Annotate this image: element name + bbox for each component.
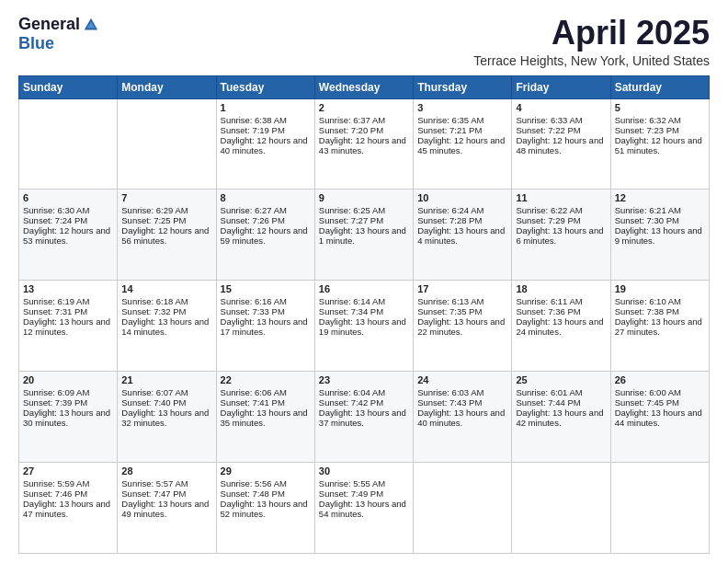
calendar-day-cell: 23Sunrise: 6:04 AMSunset: 7:42 PMDayligh… xyxy=(314,372,413,463)
day-number: 27 xyxy=(23,465,113,477)
calendar-day-cell: 10Sunrise: 6:24 AMSunset: 7:28 PMDayligh… xyxy=(414,190,512,281)
sunset-text: Sunset: 7:22 PM xyxy=(516,125,606,135)
sunset-text: Sunset: 7:31 PM xyxy=(23,306,113,316)
calendar-day-cell: 6Sunrise: 6:30 AMSunset: 7:24 PMDaylight… xyxy=(19,190,118,281)
daylight-text: Daylight: 13 hours and 4 minutes. xyxy=(417,225,507,246)
calendar-day-cell: 22Sunrise: 6:06 AMSunset: 7:41 PMDayligh… xyxy=(216,372,314,463)
calendar-day-cell: 13Sunrise: 6:19 AMSunset: 7:31 PMDayligh… xyxy=(19,281,118,372)
daylight-text: Daylight: 12 hours and 48 minutes. xyxy=(516,135,606,155)
sunrise-text: Sunrise: 6:09 AM xyxy=(23,387,113,397)
sunrise-text: Sunrise: 6:25 AM xyxy=(319,205,409,215)
sunrise-text: Sunrise: 6:38 AM xyxy=(221,115,311,125)
calendar-day-cell: 12Sunrise: 6:21 AMSunset: 7:30 PMDayligh… xyxy=(610,190,709,281)
calendar-day-cell: 24Sunrise: 6:03 AMSunset: 7:43 PMDayligh… xyxy=(414,372,512,463)
day-number: 4 xyxy=(516,102,606,113)
sunrise-text: Sunrise: 6:37 AM xyxy=(319,115,409,125)
daylight-text: Daylight: 13 hours and 12 minutes. xyxy=(23,316,113,337)
sunrise-text: Sunrise: 6:22 AM xyxy=(516,205,606,215)
calendar-day-cell: 4Sunrise: 6:33 AMSunset: 7:22 PMDaylight… xyxy=(512,98,610,190)
daylight-text: Daylight: 12 hours and 59 minutes. xyxy=(221,225,311,246)
sunset-text: Sunset: 7:47 PM xyxy=(121,488,211,499)
calendar-day-cell: 30Sunrise: 5:55 AMSunset: 7:49 PMDayligh… xyxy=(314,463,413,554)
day-number: 16 xyxy=(319,283,409,294)
day-of-week-header: Friday xyxy=(512,75,610,98)
sunrise-text: Sunrise: 5:57 AM xyxy=(121,478,211,488)
daylight-text: Daylight: 13 hours and 32 minutes. xyxy=(121,408,211,428)
sunrise-text: Sunrise: 6:10 AM xyxy=(615,296,705,306)
calendar-day-cell: 11Sunrise: 6:22 AMSunset: 7:29 PMDayligh… xyxy=(512,190,610,281)
sunset-text: Sunset: 7:38 PM xyxy=(615,306,705,316)
sunset-text: Sunset: 7:29 PM xyxy=(516,215,606,225)
calendar-week-row: 6Sunrise: 6:30 AMSunset: 7:24 PMDaylight… xyxy=(19,190,710,281)
day-of-week-header: Monday xyxy=(118,75,216,98)
day-number: 8 xyxy=(221,192,311,203)
logo-icon xyxy=(83,17,99,33)
calendar-day-cell: 18Sunrise: 6:11 AMSunset: 7:36 PMDayligh… xyxy=(512,281,610,372)
sunrise-text: Sunrise: 6:33 AM xyxy=(516,115,606,125)
sunrise-text: Sunrise: 6:32 AM xyxy=(615,115,705,125)
daylight-text: Daylight: 13 hours and 40 minutes. xyxy=(417,408,507,428)
daylight-text: Daylight: 13 hours and 54 minutes. xyxy=(319,499,409,519)
sunset-text: Sunset: 7:49 PM xyxy=(319,488,409,499)
sunset-text: Sunset: 7:19 PM xyxy=(221,125,311,135)
calendar-table: SundayMondayTuesdayWednesdayThursdayFrid… xyxy=(18,75,710,554)
sunrise-text: Sunrise: 6:27 AM xyxy=(221,205,311,215)
calendar-day-cell: 19Sunrise: 6:10 AMSunset: 7:38 PMDayligh… xyxy=(610,281,709,372)
day-of-week-header: Saturday xyxy=(610,75,709,98)
daylight-text: Daylight: 13 hours and 30 minutes. xyxy=(23,408,113,428)
sunset-text: Sunset: 7:27 PM xyxy=(319,215,409,225)
calendar-week-row: 1Sunrise: 6:38 AMSunset: 7:19 PMDaylight… xyxy=(19,98,710,190)
daylight-text: Daylight: 13 hours and 14 minutes. xyxy=(121,316,211,337)
day-number: 20 xyxy=(23,374,113,385)
calendar-day-cell: 8Sunrise: 6:27 AMSunset: 7:26 PMDaylight… xyxy=(216,190,314,281)
sunset-text: Sunset: 7:42 PM xyxy=(319,397,409,408)
sunrise-text: Sunrise: 6:06 AM xyxy=(221,387,311,397)
sunset-text: Sunset: 7:30 PM xyxy=(615,215,705,225)
sunset-text: Sunset: 7:43 PM xyxy=(417,397,507,408)
daylight-text: Daylight: 12 hours and 45 minutes. xyxy=(417,135,507,155)
day-number: 29 xyxy=(221,465,311,477)
daylight-text: Daylight: 13 hours and 52 minutes. xyxy=(221,499,311,519)
calendar-day-cell: 7Sunrise: 6:29 AMSunset: 7:25 PMDaylight… xyxy=(118,190,216,281)
sunset-text: Sunset: 7:28 PM xyxy=(417,215,507,225)
calendar-day-cell xyxy=(19,98,118,190)
day-number: 17 xyxy=(417,283,507,294)
sunrise-text: Sunrise: 6:13 AM xyxy=(417,296,507,306)
calendar-day-cell xyxy=(414,463,512,554)
day-number: 22 xyxy=(221,374,311,385)
daylight-text: Daylight: 13 hours and 35 minutes. xyxy=(221,408,311,428)
daylight-text: Daylight: 12 hours and 56 minutes. xyxy=(121,225,211,246)
calendar-day-cell: 27Sunrise: 5:59 AMSunset: 7:46 PMDayligh… xyxy=(19,463,118,554)
sunrise-text: Sunrise: 6:04 AM xyxy=(319,387,409,397)
sunset-text: Sunset: 7:48 PM xyxy=(221,488,311,499)
calendar-day-cell: 3Sunrise: 6:35 AMSunset: 7:21 PMDaylight… xyxy=(414,98,512,190)
day-number: 23 xyxy=(319,374,409,385)
sunset-text: Sunset: 7:21 PM xyxy=(417,125,507,135)
daylight-text: Daylight: 13 hours and 22 minutes. xyxy=(417,316,507,337)
calendar-week-row: 20Sunrise: 6:09 AMSunset: 7:39 PMDayligh… xyxy=(19,372,710,463)
sunset-text: Sunset: 7:39 PM xyxy=(23,397,113,408)
calendar-day-cell: 5Sunrise: 6:32 AMSunset: 7:23 PMDaylight… xyxy=(610,98,709,190)
sunset-text: Sunset: 7:46 PM xyxy=(23,488,113,499)
day-number: 12 xyxy=(615,192,705,203)
sunset-text: Sunset: 7:33 PM xyxy=(221,306,311,316)
page: General Blue April 2025 Terrace Heights,… xyxy=(0,0,728,563)
sunrise-text: Sunrise: 6:03 AM xyxy=(417,387,507,397)
day-number: 9 xyxy=(319,192,409,203)
sunrise-text: Sunrise: 6:11 AM xyxy=(516,296,606,306)
calendar-header-row: SundayMondayTuesdayWednesdayThursdayFrid… xyxy=(19,75,710,98)
daylight-text: Daylight: 13 hours and 19 minutes. xyxy=(319,316,409,337)
day-number: 10 xyxy=(417,192,507,203)
daylight-text: Daylight: 12 hours and 40 minutes. xyxy=(221,135,311,155)
daylight-text: Daylight: 13 hours and 37 minutes. xyxy=(319,408,409,428)
day-number: 7 xyxy=(121,192,211,203)
day-number: 5 xyxy=(615,102,705,113)
sunrise-text: Sunrise: 6:16 AM xyxy=(221,296,311,306)
day-number: 3 xyxy=(417,102,507,113)
sunrise-text: Sunrise: 6:00 AM xyxy=(615,387,705,397)
day-of-week-header: Thursday xyxy=(414,75,512,98)
daylight-text: Daylight: 13 hours and 27 minutes. xyxy=(615,316,705,337)
sunrise-text: Sunrise: 6:14 AM xyxy=(319,296,409,306)
calendar-day-cell xyxy=(610,463,709,554)
sunset-text: Sunset: 7:23 PM xyxy=(615,125,705,135)
